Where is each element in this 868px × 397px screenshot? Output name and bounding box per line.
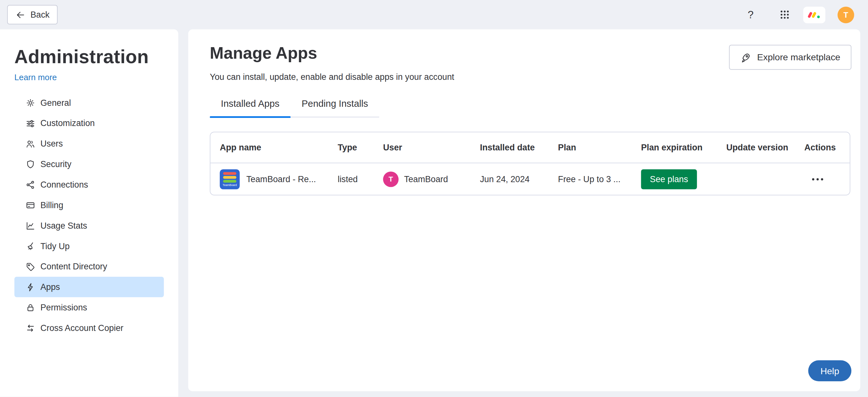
sidebar-item-label: Security — [40, 159, 71, 169]
user-cell: T TeamBoard — [383, 171, 480, 187]
gear-icon — [25, 98, 35, 108]
sidebar-title: Administration — [14, 46, 164, 67]
sidebar-item-label: Permissions — [40, 302, 87, 312]
logo-bar-yellow — [223, 176, 236, 178]
logo-bar-red — [223, 172, 236, 175]
sidebar-item-label: Connections — [40, 179, 88, 190]
sidebar-item-label: Users — [40, 138, 63, 148]
page-title: Manage Apps — [210, 44, 454, 63]
explore-marketplace-label: Explore marketplace — [757, 52, 840, 63]
chart-icon — [25, 221, 35, 231]
column-header-app-name: App name — [220, 142, 338, 152]
sidebar-item-content-directory[interactable]: Content Directory — [14, 256, 164, 277]
broom-icon — [25, 241, 35, 251]
lightning-icon — [25, 282, 35, 292]
column-header-plan: Plan — [558, 142, 641, 152]
sidebar-item-label: Billing — [40, 200, 63, 210]
sidebar-item-usage-stats[interactable]: Usage Stats — [14, 215, 164, 236]
sidebar-item-customization[interactable]: Customization — [14, 113, 164, 133]
sidebar-item-label: General — [40, 98, 71, 108]
rocket-icon — [740, 52, 751, 63]
plan-cell: Free - Up to 3 ... — [558, 174, 641, 184]
back-arrow-icon — [16, 10, 25, 20]
logo-bar-green — [223, 179, 236, 183]
sidebar-item-permissions[interactable]: Permissions — [14, 297, 164, 318]
topbar: Back ? T — [0, 0, 868, 29]
column-header-update-version: Update version — [726, 142, 804, 152]
tag-icon — [25, 261, 35, 271]
column-header-installed-date: Installed date — [480, 142, 558, 152]
credit-card-icon — [25, 200, 35, 210]
sidebar-item-security[interactable]: Security — [14, 154, 164, 174]
user-avatar-badge: T — [383, 171, 398, 187]
sidebar-item-users[interactable]: Users — [14, 133, 164, 154]
question-help-icon[interactable]: ? — [744, 9, 757, 20]
sidebar-item-label: Customization — [40, 118, 95, 128]
tab-pending-installs[interactable]: Pending Installs — [290, 98, 379, 117]
back-button[interactable]: Back — [7, 5, 58, 24]
connections-icon — [25, 179, 35, 190]
main-head-text: Manage Apps You can install, update, ena… — [210, 44, 454, 82]
back-label: Back — [30, 10, 50, 20]
actions-cell — [805, 178, 840, 180]
installed-apps-table: App name Type User Installed date Plan P… — [210, 132, 850, 195]
table-row: TeamBoard TeamBoard - Re... listed T Tea… — [210, 163, 850, 195]
sidebar-item-tidy-up[interactable]: Tidy Up — [14, 236, 164, 256]
column-header-actions: Actions — [805, 142, 840, 152]
sliders-icon — [25, 118, 35, 128]
transfer-arrows-icon — [25, 323, 35, 333]
page-subtitle: You can install, update, enable and disa… — [210, 72, 454, 82]
monday-logo-icon[interactable] — [803, 6, 825, 23]
help-button[interactable]: Help — [808, 360, 851, 382]
installed-date-cell: Jun 24, 2024 — [480, 174, 558, 184]
sidebar-item-label: Content Directory — [40, 261, 107, 271]
learn-more-link[interactable]: Learn more — [14, 72, 57, 82]
sidebar-item-apps[interactable]: Apps — [14, 277, 164, 297]
app-name: TeamBoard - Re... — [246, 174, 316, 184]
sidebar-item-cross-account-copier[interactable]: Cross Account Copier — [14, 318, 164, 338]
sidebar-item-label: Tidy Up — [40, 241, 70, 251]
lock-icon — [25, 302, 35, 312]
sidebar-item-label: Cross Account Copier — [40, 323, 124, 333]
see-plans-button[interactable]: See plans — [641, 169, 697, 189]
tabs: Installed Apps Pending Installs — [210, 98, 379, 118]
sidebar-nav: General Customization Users — [14, 92, 164, 338]
teamboard-app-logo: TeamBoard — [220, 169, 240, 189]
column-header-user: User — [383, 142, 480, 152]
sidebar-item-billing[interactable]: Billing — [14, 195, 164, 215]
explore-marketplace-button[interactable]: Explore marketplace — [729, 45, 851, 70]
admin-sidebar: Administration Learn more General Custom… — [0, 29, 178, 397]
plan-expiration-cell: See plans — [641, 169, 726, 189]
apps-grid-icon[interactable] — [779, 9, 790, 20]
content: Administration Learn more General Custom… — [0, 29, 868, 397]
sidebar-item-general[interactable]: General — [14, 92, 164, 113]
more-actions-icon[interactable] — [805, 178, 840, 180]
app-name-cell: TeamBoard TeamBoard - Re... — [220, 169, 338, 189]
shield-icon — [25, 159, 35, 169]
sidebar-item-connections[interactable]: Connections — [14, 174, 164, 195]
screen: Back ? T Administra — [0, 0, 868, 397]
column-header-type: Type — [338, 142, 383, 152]
user-avatar[interactable]: T — [838, 6, 854, 23]
logo-text: TeamBoard — [223, 184, 237, 186]
user-name: TeamBoard — [404, 174, 448, 184]
tab-installed-apps[interactable]: Installed Apps — [210, 98, 290, 117]
column-header-plan-expiration: Plan expiration — [641, 142, 726, 152]
users-icon — [25, 138, 35, 148]
table-header-row: App name Type User Installed date Plan P… — [210, 132, 850, 163]
sidebar-item-label: Apps — [40, 282, 60, 292]
topbar-right: ? T — [744, 6, 854, 23]
manage-apps-panel: Manage Apps You can install, update, ena… — [188, 29, 860, 391]
sidebar-item-label: Usage Stats — [40, 221, 87, 231]
type-cell: listed — [338, 174, 383, 184]
